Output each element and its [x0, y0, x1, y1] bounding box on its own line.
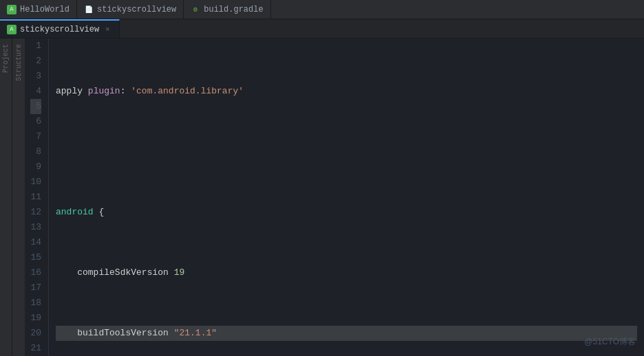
android-icon: A [7, 5, 17, 14]
line-num-6: 6 [30, 114, 41, 129]
tab-helloworld[interactable]: A HelloWorld [0, 0, 77, 19]
line-num-21: 21 [30, 341, 41, 356]
code-line-4: compileSdkVersion 19 [56, 265, 637, 280]
code-editor[interactable]: 1 2 3 4 5 6 7 8 9 10 11 12 13 14 15 16 1… [25, 38, 644, 356]
line-num-16: 16 [30, 265, 41, 280]
tab-build-gradle-label: build.gradle [204, 5, 263, 14]
line-num-19: 19 [30, 311, 41, 326]
line-num-18: 18 [30, 296, 41, 311]
tab-build-gradle[interactable]: ⚙ build.gradle [184, 0, 270, 19]
code-content: apply plugin: 'com.android.library' andr… [49, 38, 644, 356]
line-num-3: 3 [30, 69, 41, 84]
file-tab-close[interactable]: × [103, 25, 112, 34]
code-container: 1 2 3 4 5 6 7 8 9 10 11 12 13 14 15 16 1… [25, 38, 644, 356]
line-num-17: 17 [30, 280, 41, 296]
line-num-8: 8 [30, 144, 41, 159]
line-num-10: 10 [30, 175, 41, 190]
line-num-11: 11 [30, 190, 41, 205]
line-numbers: 1 2 3 4 5 6 7 8 9 10 11 12 13 14 15 16 1… [25, 38, 49, 356]
side-panel-project[interactable]: Project [0, 38, 12, 356]
main-area: Project Structure 1 2 3 4 5 6 7 8 9 10 1… [0, 38, 644, 356]
file-tab-label: stickyscrollview [20, 25, 99, 34]
file-tab-stickyscrollview[interactable]: A stickyscrollview × [0, 19, 120, 38]
file-android-icon: A [7, 25, 17, 34]
line-num-5: 5 [30, 99, 41, 114]
code-line-1: apply plugin: 'com.android.library' [56, 84, 637, 99]
line-num-9: 9 [30, 159, 41, 175]
line-num-7: 7 [30, 129, 41, 144]
side-panel-structure[interactable]: Structure [12, 38, 25, 356]
project-label[interactable]: Project [2, 41, 10, 76]
line-num-2: 2 [30, 54, 41, 69]
title-bar: A HelloWorld 📄 stickyscrollview ⚙ build.… [0, 0, 644, 19]
file-tab-bar: A stickyscrollview × [0, 19, 644, 38]
tab-helloworld-label: HelloWorld [20, 5, 69, 14]
line-num-12: 12 [30, 205, 41, 220]
code-line-3: android { [56, 205, 637, 220]
line-num-20: 20 [30, 326, 41, 341]
line-num-1: 1 [30, 38, 41, 54]
tab-stickyscrollview[interactable]: 📄 stickyscrollview [77, 0, 184, 19]
structure-label[interactable]: Structure [15, 41, 23, 84]
gradle-icon: ⚙ [191, 5, 200, 14]
line-num-14: 14 [30, 235, 41, 250]
file-icon: 📄 [84, 5, 94, 14]
watermark: @51CTO博客 [584, 336, 636, 348]
line-num-4: 4 [30, 84, 41, 99]
line-num-15: 15 [30, 250, 41, 265]
line-num-13: 13 [30, 220, 41, 235]
code-line-2 [56, 144, 637, 159]
tab-stickyscrollview-label: stickyscrollview [97, 5, 176, 14]
code-line-5: buildToolsVersion "21.1.1" [56, 326, 637, 341]
